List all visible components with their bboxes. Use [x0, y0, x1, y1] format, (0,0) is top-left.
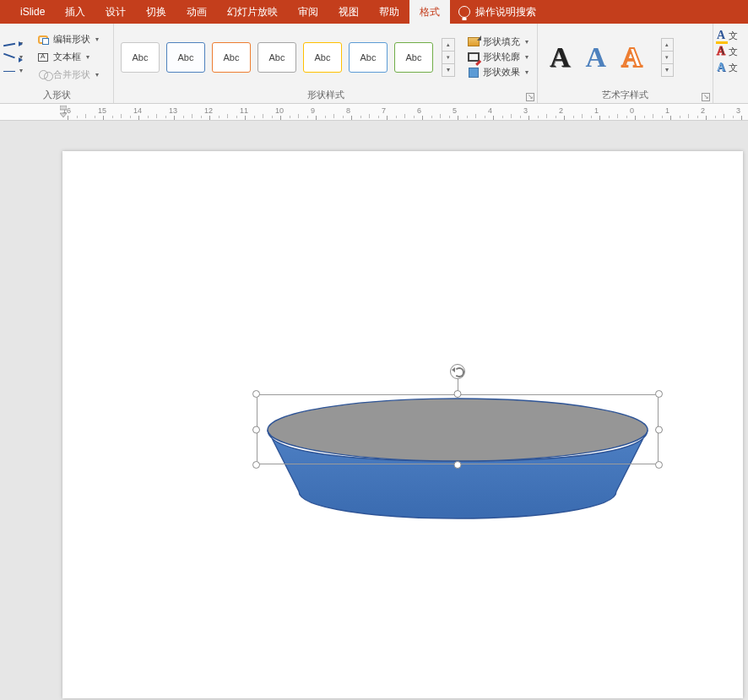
- group-label-wordart: 艺术字样式: [541, 88, 709, 101]
- ribbon: ▾ ▾ ▾ 编辑形状 ▾ 文本框 ▾ 合并形状 ▾: [0, 24, 748, 104]
- slide-gutter: [0, 121, 62, 700]
- style-card-1[interactable]: Abc: [121, 42, 160, 73]
- chevron-down-icon: ▾: [525, 53, 528, 61]
- tab-help[interactable]: 帮助: [369, 0, 409, 24]
- merge-shapes-label: 合并形状: [53, 68, 90, 81]
- wordart-style-1[interactable]: A: [550, 41, 571, 73]
- shape-fill-button[interactable]: 形状填充 ▾: [465, 35, 531, 49]
- text-outline-icon: A: [717, 45, 725, 58]
- shape-fill-label: 形状填充: [483, 35, 520, 48]
- tab-view[interactable]: 视图: [328, 0, 369, 24]
- wordart-style-2[interactable]: A: [586, 41, 607, 73]
- shape-outline-icon: [468, 52, 480, 62]
- merge-shapes-icon: [36, 69, 50, 81]
- edit-shape-button[interactable]: 编辑形状 ▾: [34, 31, 101, 47]
- text-effects-icon: A: [717, 61, 725, 74]
- selected-shape[interactable]: [257, 394, 659, 464]
- rotate-connector: [458, 379, 458, 391]
- tab-transition[interactable]: 切换: [136, 0, 176, 24]
- chevron-down-icon: ▾: [95, 71, 99, 79]
- shape-fill-icon: [468, 37, 480, 46]
- tell-me-search[interactable]: 操作说明搜索: [450, 0, 545, 24]
- handle-tl[interactable]: [252, 390, 260, 398]
- edit-shape-icon: [36, 34, 50, 46]
- style-card-2[interactable]: Abc: [166, 42, 205, 73]
- chevron-down-icon: ▾: [525, 68, 528, 76]
- shape-fx-column: 形状填充 ▾ 形状轮廓 ▾ 形状效果 ▾: [465, 35, 531, 79]
- chevron-down-icon: ▾: [86, 53, 89, 61]
- handle-br[interactable]: [655, 461, 663, 469]
- group-label-shape-styles: 形状样式: [117, 88, 534, 101]
- tab-slideshow[interactable]: 幻灯片放映: [217, 0, 288, 24]
- edit-shape-label: 编辑形状: [53, 33, 90, 46]
- handle-bl[interactable]: [252, 461, 260, 469]
- wordart-expand[interactable]: ▾: [662, 64, 673, 76]
- tab-insert[interactable]: 插入: [55, 0, 95, 24]
- shape-style-gallery: Abc Abc Abc Abc Abc Abc Abc ▴ ▾ ▾: [117, 35, 455, 80]
- group-insert-shapes: ▾ ▾ ▾ 编辑形状 ▾ 文本框 ▾ 合并形状 ▾: [0, 24, 114, 103]
- tab-design[interactable]: 设计: [95, 0, 136, 24]
- ruler-indent-marker[interactable]: [60, 106, 67, 119]
- shape-line-2[interactable]: ▾: [3, 52, 23, 62]
- gallery-expand[interactable]: ▾: [442, 64, 454, 76]
- wordart-scroll: ▴ ▾ ▾: [661, 38, 674, 77]
- text-fill-label: 文: [729, 30, 738, 42]
- shape-styles-dialog-launcher[interactable]: ↘: [526, 93, 534, 101]
- style-card-5[interactable]: Abc: [303, 42, 342, 73]
- svg-marker-0: [60, 106, 67, 110]
- gallery-scroll: ▴ ▾ ▾: [442, 38, 455, 77]
- lightbulb-icon: [458, 6, 470, 18]
- style-card-7[interactable]: Abc: [394, 42, 433, 73]
- wordart-gallery: A A A ▴ ▾ ▾: [541, 35, 674, 80]
- rotate-handle[interactable]: [450, 364, 465, 379]
- handle-mr[interactable]: [655, 426, 663, 433]
- text-fill-button[interactable]: A 文: [717, 29, 740, 42]
- svg-marker-1: [60, 113, 67, 117]
- text-box-label: 文本框: [53, 51, 81, 63]
- shape-effects-icon: [468, 67, 480, 79]
- text-fill-icon: A: [717, 29, 725, 42]
- shape-line-1[interactable]: ▾: [3, 39, 23, 49]
- group-label-insert-shapes: 入形状: [3, 88, 110, 101]
- wordart-scroll-up[interactable]: ▴: [662, 39, 673, 52]
- tab-review[interactable]: 审阅: [288, 0, 328, 24]
- wordart-dialog-launcher[interactable]: ↘: [702, 93, 710, 101]
- text-outline-label: 文: [729, 46, 738, 58]
- gallery-scroll-down[interactable]: ▾: [442, 52, 454, 64]
- handle-tm[interactable]: [454, 390, 462, 398]
- selection-frame: [257, 394, 659, 464]
- horizontal-ruler: 161514131211109876543210123: [0, 104, 748, 121]
- text-outline-button[interactable]: A 文: [717, 45, 740, 58]
- text-effects-button[interactable]: A 文: [717, 61, 740, 74]
- wordart-scroll-down[interactable]: ▾: [662, 52, 673, 64]
- handle-bm[interactable]: [454, 461, 462, 469]
- shape-effects-label: 形状效果: [483, 66, 520, 79]
- handle-tr[interactable]: [655, 390, 663, 398]
- group-wordart: A A A ▴ ▾ ▾ 艺术字样式 ↘: [538, 24, 713, 103]
- wordart-style-3[interactable]: A: [621, 41, 642, 73]
- chevron-down-icon: ▾: [95, 35, 99, 43]
- style-card-4[interactable]: Abc: [257, 42, 296, 73]
- shape-line-3[interactable]: ▾: [3, 66, 23, 76]
- tab-animation[interactable]: 动画: [176, 0, 217, 24]
- gallery-scroll-up[interactable]: ▴: [442, 39, 454, 52]
- merge-shapes-button: 合并形状 ▾: [34, 67, 101, 83]
- slide-canvas[interactable]: [62, 151, 743, 698]
- shape-effects-button[interactable]: 形状效果 ▾: [465, 65, 531, 79]
- text-effects-label: 文: [729, 62, 738, 74]
- style-card-6[interactable]: Abc: [349, 42, 388, 73]
- tab-format[interactable]: 格式: [409, 0, 450, 24]
- group-shape-styles: Abc Abc Abc Abc Abc Abc Abc ▴ ▾ ▾ 形状填充 ▾: [114, 24, 538, 103]
- shape-outline-label: 形状轮廓: [483, 51, 520, 63]
- workspace: [0, 121, 748, 700]
- ribbon-tabs: iSlide 插入 设计 切换 动画 幻灯片放映 审阅 视图 帮助 格式 操作说…: [0, 0, 748, 24]
- chevron-down-icon: ▾: [525, 38, 528, 46]
- text-box-icon: [36, 52, 50, 63]
- shape-outline-button[interactable]: 形状轮廓 ▾: [465, 50, 531, 64]
- text-box-button[interactable]: 文本框 ▾: [34, 49, 101, 65]
- handle-ml[interactable]: [252, 426, 260, 433]
- tab-islide[interactable]: iSlide: [10, 0, 55, 24]
- group-text-fill: A 文 A 文 A 文: [713, 24, 743, 103]
- style-card-3[interactable]: Abc: [212, 42, 251, 73]
- tell-me-label: 操作说明搜索: [475, 5, 536, 19]
